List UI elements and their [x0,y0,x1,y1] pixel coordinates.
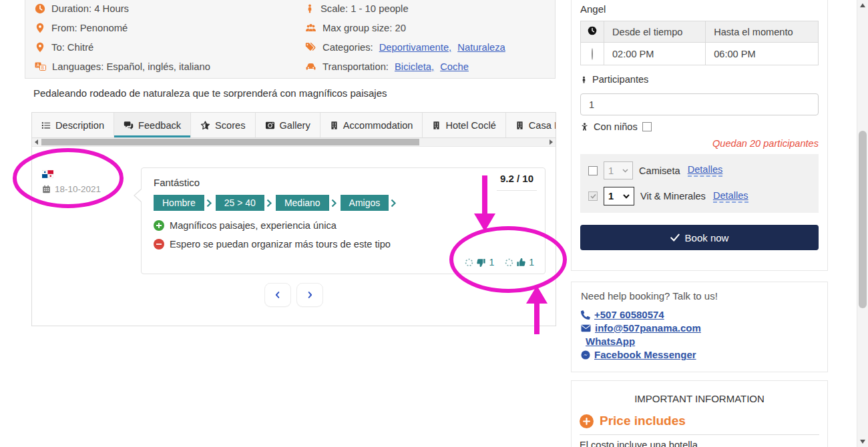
building-icon [432,121,441,130]
children-checkbox[interactable] [642,122,652,131]
messenger-icon [581,350,590,360]
star-icon [200,121,210,130]
category-link[interactable]: Naturaleza [457,42,505,53]
review-card: Fantástico 9.2 / 10 Hombre 25 > 40 Media… [141,167,546,274]
tab-accommodation[interactable]: Accommodation [320,113,423,137]
transport-link[interactable]: Bicicleta, [395,61,434,72]
tab-description[interactable]: Description [32,113,114,137]
minus-circle-icon [154,239,164,250]
detail-label: Transportation: [322,61,389,72]
tab-hotel-cocle[interactable]: Hotel Coclé [423,113,505,137]
extras-box: 1 Camiseta Detalles 1 Vit & Minerales De… [580,154,819,213]
plus-circle-icon [580,414,594,428]
detail-label: Categories: [322,42,373,53]
review-negative-text: Espero se puedan organizar más tours de … [170,239,391,250]
detail-transportation: Transportation: Bicicleta, Coche [305,57,505,76]
whatsapp-link[interactable]: WhatsApp [581,336,818,347]
guide-name: Angel [580,3,819,15]
chevron-left-icon [273,290,282,300]
transport-link[interactable]: Coche [440,61,469,72]
like-button[interactable]: 1 [505,257,534,268]
extra-qty-select[interactable]: 1 [604,187,634,205]
tab-label: Accommodation [343,120,413,131]
tab-casa-praga[interactable]: Casa Praga [506,113,556,137]
review-title: Fantástico [154,177,200,188]
detail-to: To: Chitré [35,37,210,57]
horizontal-scrollbar-thumb[interactable] [41,139,419,145]
review-tag: Hombre [154,195,204,211]
chevron-down-icon [622,169,628,173]
tags-icon [305,42,316,52]
price-includes-title: Price includes [600,414,686,428]
map-marker-icon [35,23,45,33]
review-positive: Magníficos paisajes, experiencia única [154,220,337,231]
clock-icon [35,3,45,14]
email-link[interactable]: info@507panama.com [581,322,818,334]
time-radio[interactable] [592,48,593,60]
extra-details-link[interactable]: Detalles [688,164,723,177]
extra-qty-select[interactable]: 1 [604,161,633,179]
review-tag: 25 > 40 [216,195,264,211]
category-link[interactable]: Deportivamente, [379,42,452,53]
dislike-button[interactable]: 1 [465,257,494,268]
important-info-card: IMPORTANT INFORMATION Price includes El … [571,380,828,447]
detail-text: Duration: 4 Hours [51,3,129,14]
participants-input[interactable] [580,93,819,115]
help-card: Need help booking? Talk to us! +507 6058… [571,282,828,372]
review-pagination [32,283,556,307]
tab-label: Description [55,120,104,131]
chevron-right-icon [331,199,337,207]
tour-summary: Pedaleando rodeado de naturaleza que te … [33,87,387,99]
extra-checkbox-checked[interactable] [588,191,598,201]
messenger-link[interactable]: Facebook Messenger [581,349,818,360]
page: Duration: 4 Hours From: Penonomé To: Chi… [0,0,868,447]
scroll-down-arrow-icon[interactable] [860,440,865,444]
scrollbar-thumb[interactable] [859,131,867,308]
book-now-button[interactable]: Book now [580,225,819,250]
child-icon [580,122,589,131]
review-date-row: 18-10-2021 [42,184,101,194]
extra-details-link[interactable]: Detalles [713,190,748,203]
scroll-right-arrow-icon[interactable] [547,138,556,146]
detail-scale: Scale: 1 - 10 people [305,0,505,18]
phone-icon [581,310,590,320]
tab-label: Scores [215,120,245,131]
review-tag: Mediano [276,195,329,211]
group-icon [305,23,316,33]
children-label: Con niños [594,121,638,132]
review-score: 9.2 / 10 [497,173,537,191]
detail-categories: Categories: Deportivamente, Naturaleza [305,37,505,57]
detail-from: From: Penonomé [35,18,210,37]
gallery-icon [265,121,275,130]
book-now-label: Book now [685,232,729,244]
detail-text: Max group size: 20 [322,23,406,33]
extra-checkbox[interactable] [588,166,598,175]
time-table: Desde el tiempo Hasta el momento 02:00 P… [580,21,819,65]
to-time-header: Hasta el momento [706,21,819,43]
thumbs-up-icon [516,258,526,268]
scroll-left-arrow-icon[interactable] [32,138,41,146]
panama-flag-icon [42,170,53,178]
tab-gallery[interactable]: Gallery [256,113,320,137]
map-marker-icon [35,42,45,53]
price-includes-row: Price includes [580,414,819,428]
next-page-button[interactable] [296,283,323,307]
tab-scores[interactable]: Scores [191,113,255,137]
extra-name: Vit & Minerales [640,191,706,201]
tab-feedback[interactable]: Feedback [114,113,191,137]
help-links: +507 60580574 info@507panama.com WhatsAp… [581,309,818,360]
to-time-value: 06:00 PM [706,43,819,65]
from-time-value: 02:00 PM [604,43,706,65]
detail-max-group: Max group size: 20 [305,18,505,37]
time-table-header: Desde el tiempo Hasta el momento [581,21,819,43]
scroll-up-arrow-icon[interactable] [860,3,865,7]
prev-page-button[interactable] [264,283,291,307]
phone-link[interactable]: +507 60580574 [581,309,818,320]
detail-text: To: Chitré [51,42,93,53]
tab-label: Gallery [280,120,310,131]
tab-label: Feedback [138,120,181,131]
envelope-icon [581,324,591,332]
extra-name: Camiseta [639,165,680,176]
clock-icon [588,26,597,35]
review-tag: Amigos [341,195,389,211]
